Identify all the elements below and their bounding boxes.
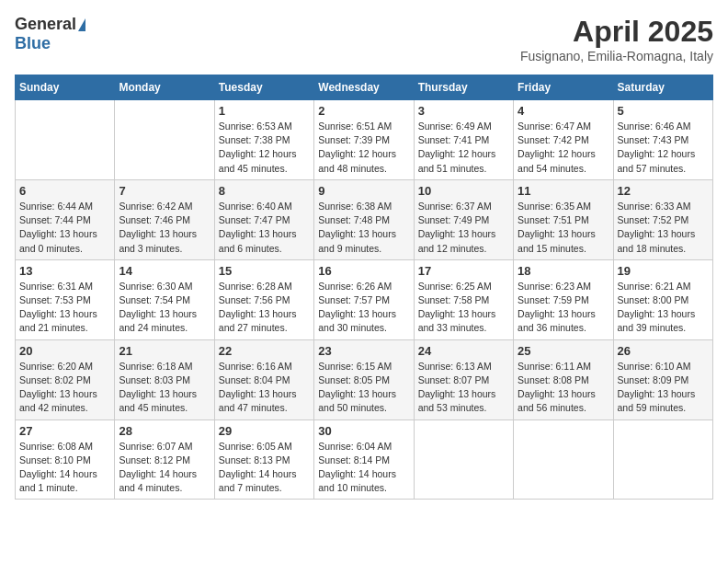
calendar-cell: 23Sunrise: 6:15 AM Sunset: 8:05 PM Dayli… (314, 339, 414, 419)
calendar-cell: 17Sunrise: 6:25 AM Sunset: 7:58 PM Dayli… (414, 259, 513, 339)
day-number: 5 (618, 104, 709, 118)
calendar-cell: 7Sunrise: 6:42 AM Sunset: 7:46 PM Daylig… (115, 179, 214, 259)
calendar-cell: 12Sunrise: 6:33 AM Sunset: 7:52 PM Dayli… (613, 179, 712, 259)
day-number: 17 (418, 264, 509, 278)
calendar-cell: 11Sunrise: 6:35 AM Sunset: 7:51 PM Dayli… (514, 179, 613, 259)
calendar-cell: 21Sunrise: 6:18 AM Sunset: 8:03 PM Dayli… (115, 339, 214, 419)
calendar-cell: 4Sunrise: 6:47 AM Sunset: 7:42 PM Daylig… (514, 100, 613, 180)
calendar-cell: 28Sunrise: 6:07 AM Sunset: 8:12 PM Dayli… (115, 419, 214, 500)
weekday-header-wednesday: Wednesday (314, 75, 414, 100)
day-number: 10 (418, 184, 509, 198)
day-number: 7 (119, 184, 210, 198)
day-detail: Sunrise: 6:31 AM Sunset: 7:53 PM Dayligh… (19, 280, 110, 336)
day-detail: Sunrise: 6:13 AM Sunset: 8:07 PM Dayligh… (418, 360, 509, 416)
title-area: April 2025 Fusignano, Emilia-Romagna, It… (520, 15, 713, 63)
day-number: 6 (19, 184, 110, 198)
day-detail: Sunrise: 6:20 AM Sunset: 8:02 PM Dayligh… (19, 360, 110, 416)
calendar-cell (514, 419, 613, 500)
day-detail: Sunrise: 6:30 AM Sunset: 7:54 PM Dayligh… (119, 280, 210, 336)
calendar-cell: 9Sunrise: 6:38 AM Sunset: 7:48 PM Daylig… (314, 179, 414, 259)
calendar-week-row: 27Sunrise: 6:08 AM Sunset: 8:10 PM Dayli… (16, 419, 713, 500)
day-detail: Sunrise: 6:40 AM Sunset: 7:47 PM Dayligh… (219, 200, 310, 256)
day-number: 8 (219, 184, 310, 198)
calendar-cell: 2Sunrise: 6:51 AM Sunset: 7:39 PM Daylig… (314, 100, 414, 180)
calendar-cell: 27Sunrise: 6:08 AM Sunset: 8:10 PM Dayli… (16, 419, 115, 500)
day-number: 12 (618, 184, 709, 198)
calendar-cell: 3Sunrise: 6:49 AM Sunset: 7:41 PM Daylig… (414, 100, 513, 180)
day-detail: Sunrise: 6:42 AM Sunset: 7:46 PM Dayligh… (119, 200, 210, 256)
day-number: 15 (219, 264, 310, 278)
weekday-header-monday: Monday (115, 75, 214, 100)
day-number: 14 (119, 264, 210, 278)
day-detail: Sunrise: 6:07 AM Sunset: 8:12 PM Dayligh… (119, 440, 210, 496)
day-number: 9 (318, 184, 409, 198)
calendar-week-row: 20Sunrise: 6:20 AM Sunset: 8:02 PM Dayli… (16, 339, 713, 419)
day-detail: Sunrise: 6:05 AM Sunset: 8:13 PM Dayligh… (219, 440, 310, 496)
day-detail: Sunrise: 6:44 AM Sunset: 7:44 PM Dayligh… (19, 200, 110, 256)
day-number: 11 (518, 184, 609, 198)
day-detail: Sunrise: 6:26 AM Sunset: 7:57 PM Dayligh… (318, 280, 409, 336)
calendar-cell: 6Sunrise: 6:44 AM Sunset: 7:44 PM Daylig… (16, 179, 115, 259)
day-number: 4 (518, 104, 609, 118)
day-number: 26 (618, 344, 709, 358)
weekday-header-saturday: Saturday (613, 75, 712, 100)
logo-icon (78, 18, 85, 31)
calendar-cell (16, 100, 115, 180)
day-detail: Sunrise: 6:38 AM Sunset: 7:48 PM Dayligh… (318, 200, 409, 256)
calendar-cell: 25Sunrise: 6:11 AM Sunset: 8:08 PM Dayli… (514, 339, 613, 419)
day-detail: Sunrise: 6:47 AM Sunset: 7:42 PM Dayligh… (518, 120, 609, 176)
day-detail: Sunrise: 6:46 AM Sunset: 7:43 PM Dayligh… (618, 120, 709, 176)
day-number: 19 (618, 264, 709, 278)
header: General Blue April 2025 Fusignano, Emili… (15, 15, 713, 63)
day-detail: Sunrise: 6:15 AM Sunset: 8:05 PM Dayligh… (318, 360, 409, 416)
day-detail: Sunrise: 6:35 AM Sunset: 7:51 PM Dayligh… (518, 200, 609, 256)
day-detail: Sunrise: 6:37 AM Sunset: 7:49 PM Dayligh… (418, 200, 509, 256)
day-number: 25 (518, 344, 609, 358)
weekday-header-sunday: Sunday (16, 75, 115, 100)
weekday-header-friday: Friday (514, 75, 613, 100)
weekday-header-thursday: Thursday (414, 75, 513, 100)
logo-blue-text: Blue (15, 34, 51, 53)
calendar-cell: 14Sunrise: 6:30 AM Sunset: 7:54 PM Dayli… (115, 259, 214, 339)
calendar-cell: 19Sunrise: 6:21 AM Sunset: 8:00 PM Dayli… (613, 259, 712, 339)
day-detail: Sunrise: 6:16 AM Sunset: 8:04 PM Dayligh… (219, 360, 310, 416)
logo-general-text: General (15, 15, 76, 34)
day-detail: Sunrise: 6:23 AM Sunset: 7:59 PM Dayligh… (518, 280, 609, 336)
calendar-title: April 2025 (520, 15, 713, 49)
day-detail: Sunrise: 6:49 AM Sunset: 7:41 PM Dayligh… (418, 120, 509, 176)
calendar-cell: 15Sunrise: 6:28 AM Sunset: 7:56 PM Dayli… (214, 259, 313, 339)
day-number: 20 (19, 344, 110, 358)
calendar-cell: 1Sunrise: 6:53 AM Sunset: 7:38 PM Daylig… (214, 100, 313, 180)
calendar-cell: 20Sunrise: 6:20 AM Sunset: 8:02 PM Dayli… (16, 339, 115, 419)
calendar-cell: 5Sunrise: 6:46 AM Sunset: 7:43 PM Daylig… (613, 100, 712, 180)
day-number: 1 (219, 104, 310, 118)
day-number: 28 (119, 424, 210, 438)
calendar-week-row: 13Sunrise: 6:31 AM Sunset: 7:53 PM Dayli… (16, 259, 713, 339)
day-number: 22 (219, 344, 310, 358)
weekday-header-tuesday: Tuesday (214, 75, 313, 100)
calendar-cell: 16Sunrise: 6:26 AM Sunset: 7:57 PM Dayli… (314, 259, 414, 339)
calendar-week-row: 1Sunrise: 6:53 AM Sunset: 7:38 PM Daylig… (16, 100, 713, 180)
calendar-cell: 8Sunrise: 6:40 AM Sunset: 7:47 PM Daylig… (214, 179, 313, 259)
logo: General Blue (15, 15, 85, 53)
day-number: 29 (219, 424, 310, 438)
day-detail: Sunrise: 6:28 AM Sunset: 7:56 PM Dayligh… (219, 280, 310, 336)
calendar-cell (414, 419, 513, 500)
day-number: 21 (119, 344, 210, 358)
day-detail: Sunrise: 6:53 AM Sunset: 7:38 PM Dayligh… (219, 120, 310, 176)
day-detail: Sunrise: 6:10 AM Sunset: 8:09 PM Dayligh… (618, 360, 709, 416)
day-detail: Sunrise: 6:11 AM Sunset: 8:08 PM Dayligh… (518, 360, 609, 416)
calendar-week-row: 6Sunrise: 6:44 AM Sunset: 7:44 PM Daylig… (16, 179, 713, 259)
day-number: 16 (318, 264, 409, 278)
day-detail: Sunrise: 6:04 AM Sunset: 8:14 PM Dayligh… (318, 440, 409, 496)
calendar-table: SundayMondayTuesdayWednesdayThursdayFrid… (15, 75, 713, 500)
calendar-cell (115, 100, 214, 180)
day-detail: Sunrise: 6:21 AM Sunset: 8:00 PM Dayligh… (618, 280, 709, 336)
calendar-location: Fusignano, Emilia-Romagna, Italy (520, 49, 713, 63)
day-number: 23 (318, 344, 409, 358)
day-number: 3 (418, 104, 509, 118)
weekday-header-row: SundayMondayTuesdayWednesdayThursdayFrid… (16, 75, 713, 100)
day-detail: Sunrise: 6:08 AM Sunset: 8:10 PM Dayligh… (19, 440, 110, 496)
calendar-cell (613, 419, 712, 500)
day-detail: Sunrise: 6:18 AM Sunset: 8:03 PM Dayligh… (119, 360, 210, 416)
